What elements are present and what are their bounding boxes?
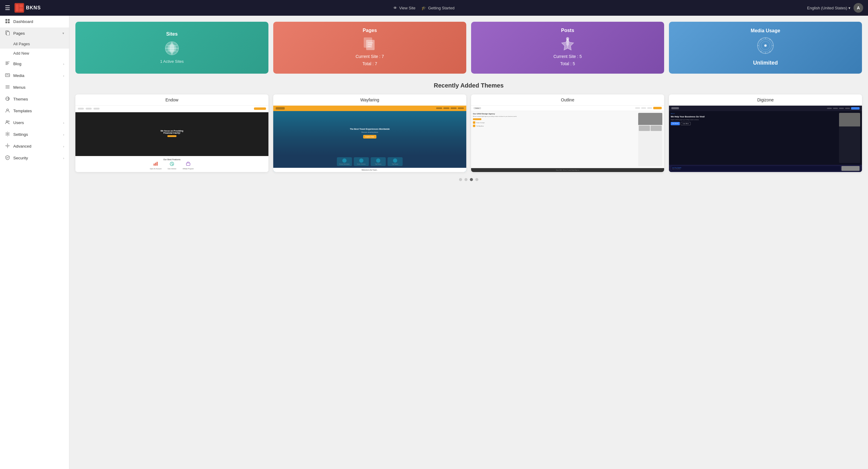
stat-card-media[interactable]: Media Usage xyxy=(669,22,862,74)
sidebar-pages-label: Pages xyxy=(13,31,25,36)
dashboard-icon xyxy=(5,19,10,25)
posts-card-title: Posts xyxy=(561,28,574,33)
svg-rect-35 xyxy=(154,164,155,166)
sidebar-security-label: Security xyxy=(13,156,28,160)
sidebar-item-security[interactable]: Security › xyxy=(0,152,69,164)
top-navigation: ☰ BKNS 👁 View Site 🎓 Getting Started Eng… xyxy=(0,0,868,16)
sidebar-users-label: Users xyxy=(13,120,24,125)
carousel-dot-1[interactable] xyxy=(459,178,462,181)
svg-point-10 xyxy=(6,75,7,75)
sidebar-item-users[interactable]: Users › xyxy=(0,117,69,128)
media-card-line1: Unlimited xyxy=(753,58,778,68)
svg-rect-37 xyxy=(157,162,158,166)
svg-point-12 xyxy=(7,109,8,111)
user-avatar[interactable]: A xyxy=(854,3,863,13)
advanced-chevron-icon: › xyxy=(63,145,64,148)
svg-rect-5 xyxy=(5,22,7,23)
theme-digizone-title-label: Digizone xyxy=(669,94,862,106)
language-selector[interactable]: English (United States) ▾ xyxy=(807,6,850,10)
getting-started-link[interactable]: 🎓 Getting Started xyxy=(421,6,454,10)
pages-card-icon xyxy=(362,36,378,53)
carousel-dot-4[interactable] xyxy=(475,178,478,181)
sidebar-item-dashboard[interactable]: Dashboard xyxy=(0,16,69,27)
pages-icon xyxy=(5,30,10,36)
theme-card-endow[interactable]: Endow We fo xyxy=(75,94,269,172)
theme-card-outline[interactable]: Outline Outline xyxy=(471,94,664,172)
sidebar-item-themes[interactable]: Themes xyxy=(0,93,69,105)
themes-section-title: Recently Added Themes xyxy=(75,82,862,89)
all-pages-annotation-area: All Pages Click vào All Pages xyxy=(0,39,69,49)
svg-point-13 xyxy=(6,121,8,122)
sidebar-dashboard-label: Dashboard xyxy=(13,19,33,24)
theme-endow-preview: We focus on ProvidingFinancial Clarity! … xyxy=(75,106,269,172)
sidebar-item-pages[interactable]: Pages ▾ xyxy=(0,27,69,39)
chevron-down-icon: ▾ xyxy=(848,6,850,10)
sidebar-item-templates[interactable]: Templates xyxy=(0,105,69,117)
view-site-link[interactable]: 👁 View Site xyxy=(393,6,415,10)
stat-card-posts[interactable]: Posts Current Site : 5 Total : 5 xyxy=(471,22,664,74)
brand-logo-area: BKNS xyxy=(14,3,41,13)
sidebar-item-media[interactable]: Media › xyxy=(0,70,69,82)
sidebar-menus-label: Menus xyxy=(13,85,26,90)
theme-outline-title: Outline xyxy=(471,94,664,106)
sidebar-settings-label: Settings xyxy=(13,132,28,137)
sidebar-all-pages[interactable]: All Pages xyxy=(0,39,69,49)
carousel-dot-3[interactable] xyxy=(470,178,473,181)
sidebar: Dashboard Pages ▾ All Pages xyxy=(0,16,69,469)
theme-card-wayfaring[interactable]: Wayfaring xyxy=(273,94,466,172)
main-content: Sites 1 Active Sites Pages xyxy=(69,16,868,469)
theme-endow-title: Endow xyxy=(75,94,269,106)
svg-point-34 xyxy=(764,45,767,47)
topnav-center-links: 👁 View Site 🎓 Getting Started xyxy=(45,6,802,10)
sidebar-item-blog[interactable]: Blog › xyxy=(0,58,69,70)
posts-card-icon xyxy=(560,36,576,53)
blog-chevron-icon: › xyxy=(63,62,64,66)
carousel-dot-2[interactable] xyxy=(464,178,467,181)
theme-outline-preview: Outline Our UX/UI Design Ag xyxy=(471,106,664,172)
stat-card-sites[interactable]: Sites 1 Active Sites xyxy=(75,22,269,74)
svg-point-16 xyxy=(7,145,8,147)
svg-rect-3 xyxy=(5,19,7,21)
brand-svg-icon xyxy=(15,4,24,12)
sidebar-item-advanced[interactable]: Advanced › xyxy=(0,140,69,152)
brand-logo-icon xyxy=(14,3,24,13)
blog-icon xyxy=(5,61,10,67)
media-chevron-icon: › xyxy=(63,74,64,78)
posts-card-line2: Total : 5 xyxy=(560,60,575,68)
hamburger-menu-button[interactable]: ☰ xyxy=(5,4,10,11)
theme-card-digizone[interactable]: Digizone xyxy=(669,94,862,172)
stat-card-pages[interactable]: Pages Current Site : 7 Total : 7 xyxy=(273,22,466,74)
sidebar-add-new[interactable]: Add New xyxy=(0,49,69,58)
svg-rect-39 xyxy=(186,163,190,166)
theme-digizone-preview: HELLO We Help Your Bussiness Go Viral! D… xyxy=(669,106,862,172)
topnav-left: ☰ BKNS xyxy=(5,3,41,13)
sidebar-item-settings[interactable]: Settings › xyxy=(0,128,69,140)
themes-grid: Endow We fo xyxy=(75,94,862,172)
svg-rect-9 xyxy=(5,74,10,77)
svg-point-22 xyxy=(566,37,569,40)
advanced-icon xyxy=(5,143,10,149)
theme-wayfaring-title: Wayfaring xyxy=(273,94,466,106)
sidebar-media-label: Media xyxy=(13,74,25,78)
svg-rect-4 xyxy=(8,19,10,21)
security-icon xyxy=(5,155,10,161)
sidebar-themes-label: Themes xyxy=(13,97,28,101)
themes-icon xyxy=(5,96,10,102)
pages-menu-container: Pages ▾ All Pages Click vào All Pages Ad… xyxy=(0,27,69,58)
svg-rect-36 xyxy=(155,163,156,166)
posts-card-line1: Current Site : 5 xyxy=(553,53,582,60)
theme-wayfaring-preview: The Best Travel Experiences Worldwide Di… xyxy=(273,106,466,172)
svg-rect-2 xyxy=(19,8,23,11)
carousel-dots xyxy=(75,178,862,181)
sidebar-templates-label: Templates xyxy=(13,109,32,113)
eye-icon: 👁 xyxy=(393,6,397,10)
sidebar-advanced-label: Advanced xyxy=(13,144,31,148)
svg-rect-8 xyxy=(7,32,9,35)
media-icon xyxy=(5,73,10,79)
settings-chevron-icon: › xyxy=(63,133,64,137)
sites-card-sub: 1 Active Sites xyxy=(160,59,184,64)
sidebar-item-menus[interactable]: Menus xyxy=(0,82,69,93)
users-chevron-icon: › xyxy=(63,121,64,125)
media-card-title: Media Usage xyxy=(751,28,780,33)
pages-card-title: Pages xyxy=(363,28,377,33)
